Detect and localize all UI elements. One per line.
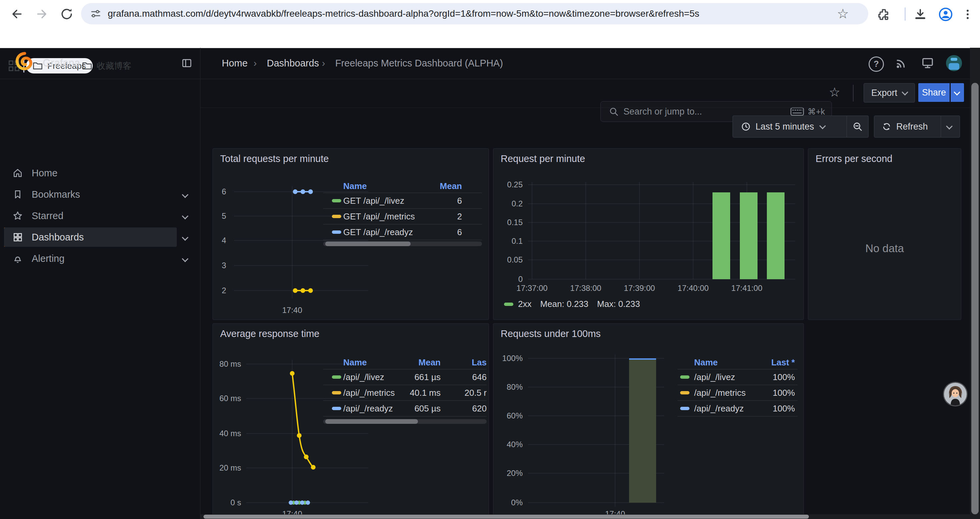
user-avatar[interactable] bbox=[946, 55, 962, 71]
horizontal-scrollbar-thumb[interactable] bbox=[204, 515, 809, 519]
refresh-label: Refresh bbox=[896, 121, 928, 132]
series-swatch bbox=[332, 230, 341, 234]
sidebar-item-label: Starred bbox=[32, 211, 64, 222]
news-rss-icon[interactable] bbox=[895, 56, 908, 70]
sidebar-item-alerting[interactable]: Alerting bbox=[4, 249, 177, 268]
y-tick: 4 bbox=[213, 236, 226, 245]
legend-header-name[interactable]: Name bbox=[343, 357, 401, 368]
legend-header-mean[interactable]: Mean bbox=[422, 181, 462, 192]
display-icon[interactable] bbox=[921, 56, 935, 70]
url-text[interactable]: grafana.mathmast.com/d/deytv4rwavabkb/fr… bbox=[108, 8, 835, 19]
help-icon[interactable]: ? bbox=[869, 56, 884, 72]
home-icon bbox=[12, 168, 23, 178]
series-last: 20.5 r bbox=[441, 388, 487, 398]
search-icon bbox=[609, 107, 619, 117]
legend-row[interactable]: /api/_/livez 100% bbox=[678, 369, 797, 385]
keyboard-icon bbox=[790, 107, 804, 117]
sidebar-item-starred[interactable]: Starred bbox=[4, 206, 177, 225]
y-tick: 2 bbox=[213, 286, 226, 295]
zoom-out-button[interactable] bbox=[847, 115, 869, 137]
download-icon[interactable] bbox=[913, 7, 927, 21]
refresh-button[interactable]: Refresh bbox=[874, 115, 941, 137]
sidebar-item-bookmarks[interactable]: Bookmarks bbox=[4, 185, 177, 204]
panel-title[interactable]: Errors per second bbox=[816, 153, 892, 164]
breadcrumb-dashboards[interactable]: Dashboards bbox=[267, 48, 319, 78]
legend-header-last[interactable]: Las bbox=[441, 357, 487, 368]
sidebar-divider bbox=[200, 48, 200, 519]
series-name: /api/_/metrics bbox=[694, 388, 755, 398]
y-tick: 0.1 bbox=[493, 236, 523, 246]
x-tick: 17:41:00 bbox=[720, 284, 773, 293]
site-settings-icon[interactable] bbox=[90, 8, 102, 20]
collapse-dashboards-icon[interactable] bbox=[183, 235, 188, 241]
profile-icon[interactable] bbox=[938, 7, 953, 22]
series-name: /api/_/readyz bbox=[343, 404, 401, 414]
under-100ms-chart[interactable] bbox=[493, 324, 803, 519]
export-label: Export bbox=[871, 88, 897, 98]
y-tick: 5 bbox=[213, 211, 226, 221]
legend-header-mean[interactable]: Mean bbox=[401, 357, 441, 368]
legend-row[interactable]: /api/_/readyz 605 µs 620 bbox=[323, 401, 487, 417]
legend-row[interactable]: GET /api/_/readyz 6 bbox=[323, 224, 482, 240]
series-max: Max: 0.233 bbox=[597, 299, 640, 309]
y-tick: 80% bbox=[493, 382, 523, 392]
y-tick: 40 ms bbox=[213, 429, 241, 438]
legend-header-name[interactable]: Name bbox=[343, 181, 422, 192]
y-tick: 60% bbox=[493, 411, 523, 420]
request-per-minute-chart[interactable] bbox=[493, 149, 803, 319]
breadcrumb-home[interactable]: Home bbox=[222, 48, 248, 78]
back-icon[interactable] bbox=[10, 7, 24, 21]
refresh-interval-button[interactable] bbox=[941, 115, 960, 137]
series-last: 646 bbox=[441, 372, 487, 382]
share-button[interactable]: Share bbox=[918, 83, 950, 102]
favorite-dashboard-icon[interactable]: ☆ bbox=[829, 83, 840, 101]
legend-scrollbar[interactable] bbox=[323, 241, 482, 246]
series-mean: 605 µs bbox=[401, 404, 441, 414]
legend-row[interactable]: /api/_/metrics 40.1 ms 20.5 r bbox=[323, 385, 487, 401]
expand-alerting-icon[interactable] bbox=[183, 257, 188, 262]
toolbar-divider bbox=[905, 7, 905, 21]
sidebar-item-dashboards[interactable]: Dashboards bbox=[4, 227, 177, 247]
series-swatch bbox=[680, 391, 689, 394]
legend-row[interactable]: GET /api/_/livez 6 bbox=[323, 193, 482, 209]
subheader-divider bbox=[853, 85, 854, 102]
grafana-brand[interactable]: Grafana bbox=[43, 48, 80, 78]
legend-item-2xx[interactable]: 2xx Mean: 0.233 Max: 0.233 bbox=[504, 299, 640, 309]
x-tick: 17:37:00 bbox=[505, 284, 559, 293]
zoom-out-icon bbox=[852, 121, 863, 132]
legend-header-last[interactable]: Last * bbox=[755, 357, 795, 368]
y-tick: 20% bbox=[493, 469, 523, 478]
legend-row[interactable]: /api/_/livez 661 µs 646 bbox=[323, 369, 487, 385]
share-menu-button[interactable] bbox=[951, 83, 964, 102]
y-tick: 6 bbox=[213, 187, 226, 196]
export-button[interactable]: Export bbox=[864, 83, 915, 102]
expand-starred-icon[interactable] bbox=[183, 214, 188, 220]
reload-icon[interactable] bbox=[59, 7, 74, 21]
url-bar[interactable]: grafana.mathmast.com/d/deytv4rwavabkb/fr… bbox=[81, 3, 868, 24]
forward-icon[interactable] bbox=[35, 7, 49, 21]
breadcrumb-separator: › bbox=[322, 48, 325, 78]
y-tick: 80 ms bbox=[213, 359, 241, 369]
x-tick: 17:38:00 bbox=[559, 284, 612, 293]
bookmark-star-icon[interactable]: ☆ bbox=[837, 5, 849, 22]
dock-menu-toggle-icon[interactable] bbox=[181, 58, 192, 69]
series-name: /api/_/metrics bbox=[343, 388, 401, 398]
sidebar-item-home[interactable]: Home bbox=[4, 163, 177, 183]
legend-header-name[interactable]: Name bbox=[694, 357, 755, 368]
legend-row[interactable]: /api/_/readyz 100% bbox=[678, 401, 797, 417]
extensions-icon[interactable] bbox=[877, 7, 891, 21]
legend-row[interactable]: /api/_/metrics 100% bbox=[678, 385, 797, 401]
legend-table: Name Last * /api/_/livez 100% /api/_/met… bbox=[678, 356, 797, 419]
time-range-picker[interactable]: Last 5 minutes bbox=[732, 115, 847, 137]
assistant-avatar[interactable] bbox=[944, 383, 967, 406]
y-tick: 3 bbox=[213, 261, 226, 270]
grafana-logo[interactable] bbox=[15, 51, 34, 71]
vertical-scrollbar-thumb[interactable] bbox=[971, 83, 978, 514]
legend-scrollbar[interactable] bbox=[323, 419, 487, 424]
time-controls: Last 5 minutes bbox=[732, 115, 869, 137]
expand-bookmarks-icon[interactable] bbox=[183, 192, 188, 198]
browser-menu-icon[interactable] bbox=[967, 8, 969, 21]
legend-row[interactable]: GET /api/_/metrics 2 bbox=[323, 209, 482, 224]
panel-request-per-minute: Request per minute 0.25 0.2 0.15 0.1 0.0… bbox=[493, 148, 804, 320]
series-swatch bbox=[332, 407, 341, 410]
